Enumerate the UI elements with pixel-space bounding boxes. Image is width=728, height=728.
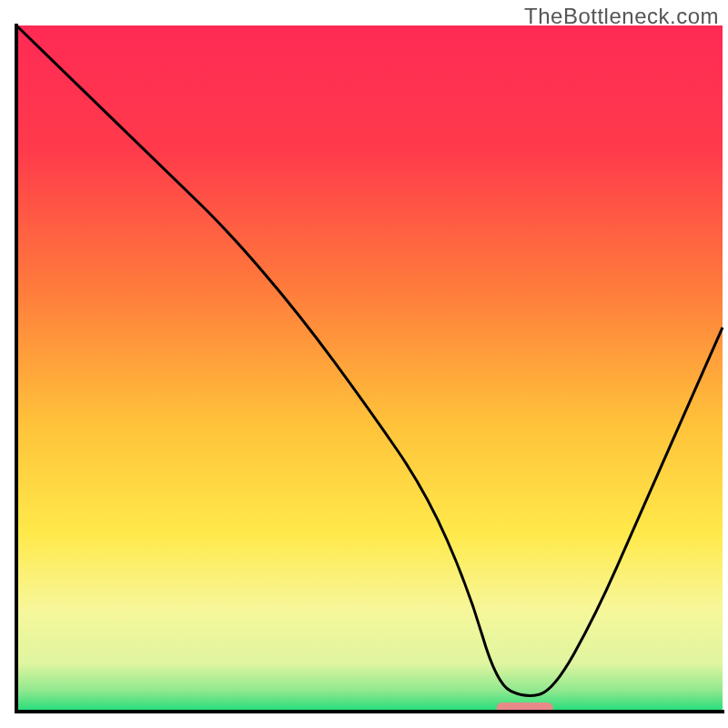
chart-svg [0,0,728,728]
bottleneck-chart: TheBottleneck.com [0,0,728,728]
watermark-label: TheBottleneck.com [524,4,719,29]
